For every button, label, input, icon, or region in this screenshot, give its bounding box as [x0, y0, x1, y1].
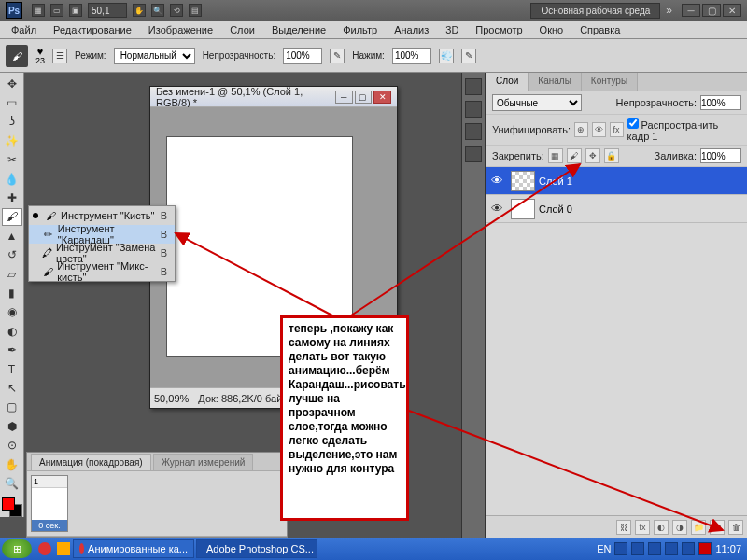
- taskbar-item-1[interactable]: Анимированные ка...: [73, 539, 194, 558]
- animation-frame-1[interactable]: 1 0 сек.: [31, 475, 68, 532]
- layer-thumbnail[interactable]: [511, 171, 535, 191]
- tab-channels[interactable]: Каналы: [529, 73, 582, 91]
- rotate-icon[interactable]: ⟲: [170, 4, 183, 17]
- layer-group-icon[interactable]: 📁: [691, 520, 706, 535]
- airbrush-icon[interactable]: 💨: [439, 49, 454, 63]
- tray-icon[interactable]: [665, 542, 678, 555]
- layer-name[interactable]: Слой 0: [539, 203, 572, 215]
- brush-preview-icon[interactable]: ♥23: [35, 47, 45, 65]
- move-tool[interactable]: ✥: [2, 75, 22, 92]
- lasso-tool[interactable]: ʖ: [2, 113, 22, 131]
- color-swatches[interactable]: [2, 497, 22, 517]
- tab-paths[interactable]: Контуры: [582, 73, 638, 91]
- new-layer-icon[interactable]: ▤: [710, 520, 725, 535]
- tray-icon[interactable]: [648, 542, 661, 555]
- menu-help[interactable]: Справка: [572, 22, 627, 37]
- menu-image[interactable]: Изображение: [141, 22, 220, 37]
- lock-position-icon[interactable]: ✥: [585, 148, 600, 163]
- dodge-tool[interactable]: ◐: [2, 322, 22, 340]
- tray-icon-avira[interactable]: [698, 542, 712, 555]
- 3d-tool[interactable]: ⬢: [2, 417, 22, 435]
- frame-duration[interactable]: 0 сек.: [32, 520, 67, 531]
- tab-measurements[interactable]: Журнал измерений: [153, 454, 254, 470]
- tablet-opacity-icon[interactable]: ✎: [330, 49, 345, 63]
- lock-all-icon[interactable]: 🔒: [604, 148, 619, 163]
- lock-pixels-icon[interactable]: 🖌: [567, 148, 582, 163]
- unify-position-icon[interactable]: ⊕: [574, 122, 588, 137]
- menu-edit[interactable]: Редактирование: [46, 22, 139, 37]
- menu-analysis[interactable]: Анализ: [387, 22, 436, 37]
- extras-icon[interactable]: ▤: [189, 4, 202, 17]
- tab-layers[interactable]: Слои: [486, 73, 529, 91]
- brush-panel-icon[interactable]: ☰: [52, 49, 67, 63]
- document-titlebar[interactable]: Без имени-1 @ 50,1% (Слой 1, RGB/8) * ─ …: [150, 87, 397, 107]
- delete-layer-icon[interactable]: 🗑: [728, 520, 743, 535]
- hand-icon[interactable]: ✋: [133, 4, 146, 17]
- brush-tool[interactable]: 🖌: [2, 208, 22, 226]
- zoom-input[interactable]: [88, 3, 127, 18]
- path-select-tool[interactable]: ↖: [2, 379, 22, 397]
- foreground-color-swatch[interactable]: [2, 497, 15, 511]
- adjustment-layer-icon[interactable]: ◑: [672, 520, 687, 535]
- pen-tool[interactable]: ✒: [2, 341, 22, 358]
- healing-tool[interactable]: ✚: [2, 189, 22, 206]
- 3d-camera-tool[interactable]: ⊙: [2, 436, 22, 454]
- visibility-toggle[interactable]: 👁: [486, 202, 507, 216]
- hand-tool[interactable]: ✋: [2, 455, 22, 473]
- crop-tool[interactable]: ✂: [2, 151, 22, 169]
- tablet-size-icon[interactable]: ✎: [461, 49, 476, 63]
- menu-window[interactable]: Окно: [532, 22, 571, 37]
- eraser-tool[interactable]: ▱: [2, 265, 22, 283]
- menu-3d[interactable]: 3D: [438, 22, 466, 37]
- marquee-tool[interactable]: ▭: [2, 93, 22, 111]
- tray-icon[interactable]: [614, 542, 627, 555]
- layout-icon[interactable]: ▦: [32, 4, 45, 17]
- menu-filter[interactable]: Фильтр: [335, 22, 385, 37]
- menu-layer[interactable]: Слои: [222, 22, 262, 37]
- dock-icon-2[interactable]: [465, 101, 482, 118]
- layer-row-0[interactable]: 👁 Слой 0: [486, 195, 747, 223]
- maximize-button[interactable]: ▢: [702, 4, 721, 17]
- flyout-color-replace[interactable]: 🖍Инструмент "Замена цвета"B: [29, 244, 175, 262]
- fill-input[interactable]: [700, 148, 741, 163]
- screen-mode-icon[interactable]: ▣: [69, 4, 82, 17]
- layer-style-icon[interactable]: fx: [635, 520, 650, 535]
- eyedropper-tool[interactable]: 💧: [2, 170, 22, 188]
- stamp-tool[interactable]: ▲: [2, 227, 22, 245]
- lock-transparency-icon[interactable]: ▦: [548, 148, 563, 163]
- type-tool[interactable]: T: [2, 360, 22, 378]
- opacity-input[interactable]: [283, 48, 322, 64]
- dock-icon-4[interactable]: [465, 146, 482, 162]
- doc-info[interactable]: Док: 886,2K/0 бай: [198, 393, 282, 404]
- chevron-right-icon[interactable]: »: [666, 4, 672, 17]
- propagate-checkbox[interactable]: [627, 118, 639, 129]
- flyout-brush[interactable]: 🖌Инструмент "Кисть"B: [29, 206, 175, 225]
- layer-mask-icon[interactable]: ◐: [654, 520, 669, 535]
- history-brush-tool[interactable]: ↺: [2, 246, 22, 264]
- language-indicator[interactable]: EN: [597, 543, 611, 554]
- arrange-icon[interactable]: ▭: [50, 4, 63, 17]
- taskbar-item-2[interactable]: Adobe Photoshop CS...: [196, 539, 317, 558]
- wand-tool[interactable]: ✨: [2, 132, 22, 149]
- shape-tool[interactable]: ▢: [2, 399, 22, 416]
- menu-select[interactable]: Выделение: [264, 22, 333, 37]
- menu-file[interactable]: Файл: [4, 22, 44, 37]
- tray-icon[interactable]: [682, 542, 695, 555]
- layer-opacity-input[interactable]: [700, 95, 741, 110]
- dock-icon-1[interactable]: [465, 78, 482, 95]
- zoom-tool[interactable]: 🔍: [2, 474, 22, 492]
- blend-mode-select[interactable]: Нормальный: [114, 48, 195, 64]
- visibility-toggle[interactable]: 👁: [486, 174, 507, 188]
- layer-blend-select[interactable]: Обычные: [492, 94, 582, 111]
- layer-row-1[interactable]: 👁 Слой 1: [486, 167, 747, 195]
- workspace-switcher[interactable]: Основная рабочая среда: [530, 3, 660, 19]
- close-button[interactable]: ✕: [723, 4, 741, 17]
- flyout-mixer-brush[interactable]: 🖌Инструмент "Микс-кисть"B: [29, 262, 175, 281]
- quicklaunch-icon[interactable]: [57, 542, 70, 555]
- start-button[interactable]: ⊞: [2, 539, 32, 558]
- zoom-readout[interactable]: 50,09%: [154, 393, 189, 404]
- tool-preset-icon[interactable]: 🖌: [6, 45, 28, 67]
- flyout-pencil[interactable]: ✏Инструмент "Карандаш"B: [29, 225, 175, 244]
- tray-icon[interactable]: [631, 542, 644, 555]
- gradient-tool[interactable]: ▮: [2, 284, 22, 301]
